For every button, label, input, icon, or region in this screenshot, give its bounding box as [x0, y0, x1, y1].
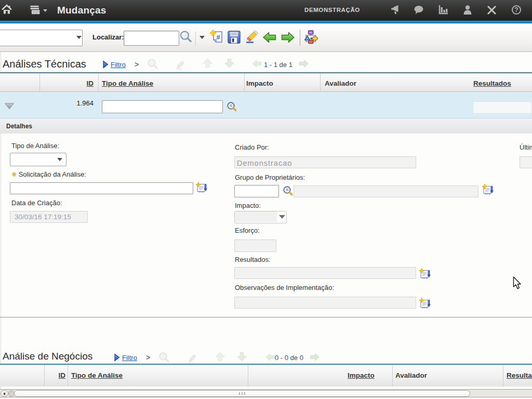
svg-text:?: ?	[514, 6, 518, 14]
svg-text:#: #	[216, 33, 220, 41]
